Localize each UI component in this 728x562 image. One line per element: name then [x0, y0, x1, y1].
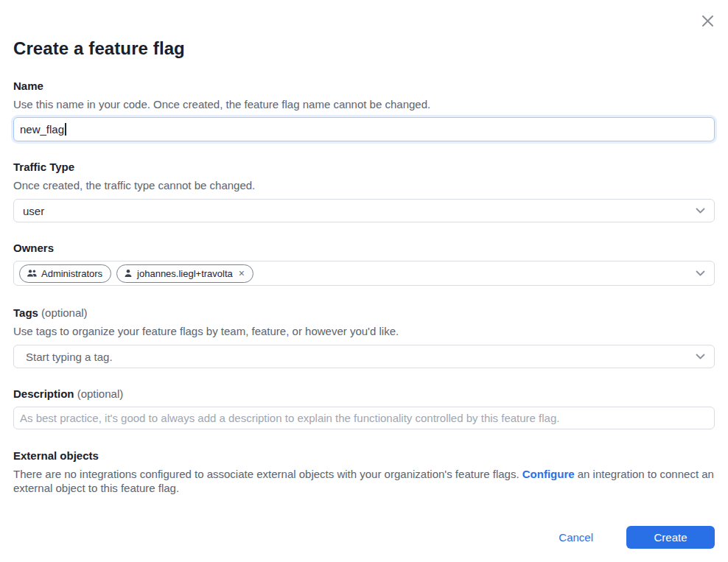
dialog-footer: Cancel Create	[13, 526, 715, 549]
description-section: Description (optional) As best practice,…	[13, 387, 715, 429]
owner-chip-administrators[interactable]: Administrators	[19, 264, 111, 283]
close-button[interactable]	[699, 12, 716, 29]
chevron-down-icon	[696, 208, 705, 214]
description-label: Description	[13, 387, 74, 400]
name-section: Name Use this name in your code. Once cr…	[13, 80, 715, 141]
chevron-down-icon	[696, 270, 705, 276]
name-input[interactable]: new_flag	[13, 117, 715, 141]
external-objects-text: There are no integrations configured to …	[13, 468, 715, 495]
description-input[interactable]: As best practice, it's good to always ad…	[13, 407, 715, 429]
traffic-type-label: Traffic Type	[13, 161, 74, 173]
create-feature-flag-dialog: Create a feature flag Name Use this name…	[0, 38, 728, 549]
configure-link[interactable]: Configure	[522, 468, 575, 480]
person-icon	[124, 269, 133, 278]
name-label: Name	[13, 80, 43, 92]
close-icon	[700, 13, 715, 29]
create-button[interactable]: Create	[626, 526, 715, 549]
traffic-type-helper-text: Once created, the traffic type cannot be…	[13, 179, 715, 192]
tags-section: Tags (optional) Use tags to organize you…	[13, 306, 715, 368]
external-objects-section: External objects There are no integratio…	[13, 449, 715, 495]
tags-label: Tags	[13, 306, 38, 319]
owner-chip-label: Administrators	[41, 268, 102, 279]
description-placeholder: As best practice, it's good to always ad…	[20, 412, 559, 424]
chevron-down-icon	[696, 354, 705, 359]
description-optional-suffix: (optional)	[77, 387, 124, 400]
tags-optional-suffix: (optional)	[41, 306, 88, 319]
traffic-type-select[interactable]: user	[13, 199, 715, 222]
name-input-value: new_flag	[20, 123, 64, 136]
owners-section: Owners Administrators	[13, 242, 715, 286]
text-caret	[65, 123, 66, 136]
owner-chip-label: johannes.liegl+travolta	[137, 268, 233, 279]
owners-chip-list: Administrators johannes.liegl+travolta ×	[19, 264, 253, 283]
external-objects-label: External objects	[13, 449, 99, 462]
owner-chip-user[interactable]: johannes.liegl+travolta ×	[116, 264, 253, 283]
traffic-type-value: user	[23, 205, 44, 217]
traffic-type-section: Traffic Type Once created, the traffic t…	[13, 161, 715, 222]
dialog-title: Create a feature flag	[13, 38, 715, 60]
tags-input[interactable]: Start typing a tag.	[13, 345, 715, 368]
tags-placeholder: Start typing a tag.	[26, 351, 113, 363]
cancel-button[interactable]: Cancel	[559, 531, 593, 544]
external-objects-text-before: There are no integrations configured to …	[13, 468, 522, 480]
owners-select[interactable]: Administrators johannes.liegl+travolta ×	[13, 261, 715, 286]
tags-helper-text: Use tags to organize your feature flags …	[13, 325, 715, 338]
group-icon	[27, 269, 37, 278]
name-helper-text: Use this name in your code. Once created…	[13, 98, 715, 111]
owners-label: Owners	[13, 242, 54, 254]
remove-owner-icon[interactable]: ×	[239, 269, 245, 278]
